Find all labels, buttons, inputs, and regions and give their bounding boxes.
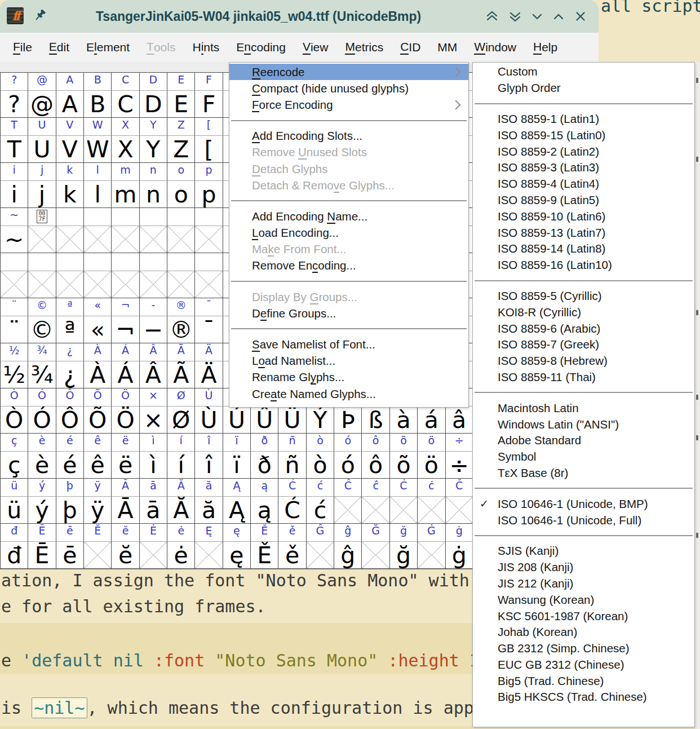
- menu-item-johab-korean[interactable]: Johab (Korean): [473, 624, 694, 640]
- menu-item-define-groups[interactable]: Define Groups...: [229, 305, 468, 321]
- menu-item-create-named-glyphs[interactable]: Create Named Glyphs...: [229, 386, 468, 402]
- glyph-cell[interactable]: ó: [334, 451, 362, 478]
- menubar-item-file[interactable]: File: [5, 33, 41, 62]
- glyph-cell-empty[interactable]: [390, 496, 418, 523]
- menu-item-iso-8859-11-thai[interactable]: ISO 8859-11 (Thai): [473, 369, 694, 386]
- glyph-cell-empty[interactable]: [167, 271, 195, 298]
- menu-item-adobe-standard[interactable]: Adobe Standard: [473, 432, 694, 449]
- menu-item-force-encoding[interactable]: Force Encoding: [229, 96, 468, 113]
- glyph-cell[interactable]: ï: [223, 451, 251, 478]
- glyph-cell[interactable]: W: [84, 135, 112, 162]
- menu-item-glyph-order[interactable]: Glyph Order: [473, 80, 694, 96]
- menu-item-iso-8859-4-latin4[interactable]: ISO 8859-4 (Latin4): [473, 176, 694, 192]
- glyph-cell[interactable]: ė: [167, 541, 195, 568]
- glyph-cell[interactable]: ę: [223, 541, 251, 568]
- menu-item-windows-latin-ansi[interactable]: Windows Latin ("ANSI"): [473, 416, 694, 432]
- menu-item-iso-8859-15-latin0[interactable]: ISO 8859-15 (Latin0): [473, 127, 694, 143]
- glyph-cell[interactable]: ~: [1, 226, 28, 253]
- glyph-cell[interactable]: î: [195, 451, 223, 478]
- glyph-cell-empty[interactable]: [56, 226, 84, 253]
- menu-item-save-namelist-of-font[interactable]: Save Namelist of Font...: [229, 336, 468, 352]
- glyph-cell-empty[interactable]: [195, 226, 223, 253]
- menu-item-iso-8859-9-latin5[interactable]: ISO 8859-9 (Latin5): [473, 192, 694, 209]
- menu-item-iso-8859-16-latin10[interactable]: ISO 8859-16 (Latin10): [473, 257, 694, 273]
- glyph-cell[interactable]: Û: [251, 406, 278, 433]
- menubar-item-cid[interactable]: CID: [392, 33, 429, 62]
- glyph-cell[interactable]: â: [446, 406, 473, 433]
- glyph-cell[interactable]: ć: [307, 496, 334, 523]
- glyph-cell[interactable]: ÿ: [84, 496, 112, 523]
- glyph-cell-empty[interactable]: [362, 541, 389, 568]
- glyph-cell[interactable]: ¯: [195, 316, 223, 343]
- glyph-cell[interactable]: Ö: [112, 406, 139, 433]
- glyph-cell[interactable]: «: [84, 316, 112, 343]
- glyph-cell[interactable]: Ä: [195, 361, 223, 388]
- glyph-cell[interactable]: đ: [1, 541, 28, 568]
- menu-item-euc-gb-2312-chinese[interactable]: EUC GB 2312 (Chinese): [473, 657, 694, 673]
- glyph-cell[interactable]: ā: [140, 496, 167, 523]
- menu-item-add-encoding-slots[interactable]: Add Encoding Slots...: [229, 128, 468, 144]
- glyph-cell[interactable]: F: [195, 90, 223, 117]
- glyph-cell-empty[interactable]: [28, 226, 56, 253]
- glyph-cell[interactable]: ½: [1, 361, 28, 388]
- glyph-cell[interactable]: ÷: [446, 451, 473, 478]
- glyph-cell-empty[interactable]: [140, 271, 167, 298]
- glyph-cell[interactable]: ë: [112, 451, 139, 478]
- menu-item-remove-encoding[interactable]: Remove Encoding...: [229, 258, 468, 274]
- glyph-cell[interactable]: ¬: [112, 316, 139, 343]
- glyph-cell[interactable]: ě: [278, 541, 306, 568]
- glyph-cell[interactable]: ¾: [28, 361, 56, 388]
- menu-item-load-namelist[interactable]: Load Namelist...: [229, 353, 468, 369]
- glyph-cell[interactable]: è: [28, 451, 56, 478]
- menubar-item-edit[interactable]: Edit: [41, 33, 78, 62]
- glyph-cell[interactable]: U: [28, 135, 56, 162]
- menu-item-wansung-korean[interactable]: Wansung (Korean): [473, 591, 694, 608]
- glyph-cell-empty[interactable]: [418, 541, 445, 568]
- glyph-cell[interactable]: Ü: [278, 406, 306, 433]
- glyph-cell[interactable]: ×: [140, 406, 167, 433]
- glyph-cell[interactable]: [: [195, 135, 223, 162]
- glyph-cell-empty[interactable]: [418, 496, 445, 523]
- glyph-cell[interactable]: T: [1, 135, 28, 162]
- glyph-cell[interactable]: C: [112, 90, 139, 117]
- menu-item-iso-8859-13-latin7[interactable]: ISO 8859-13 (Latin7): [473, 224, 694, 241]
- glyph-cell-empty[interactable]: [195, 271, 223, 298]
- glyph-cell[interactable]: À: [84, 361, 112, 388]
- glyph-cell[interactable]: o: [167, 180, 195, 207]
- glyph-cell[interactable]: ©: [28, 316, 56, 343]
- menu-item-iso-10646-1-unicode-full[interactable]: ISO 10646-1 (Unicode, Full): [473, 512, 694, 528]
- shade-button[interactable]: [484, 9, 500, 24]
- glyph-cell[interactable]: ă: [195, 496, 223, 523]
- glyph-cell[interactable]: @: [28, 90, 56, 117]
- menu-item-iso-10646-1-unicode-bmp[interactable]: ✓ISO 10646-1 (Unicode, BMP): [473, 496, 694, 512]
- glyph-cell[interactable]: ĕ: [112, 541, 139, 568]
- glyph-cell[interactable]: Ô: [56, 406, 84, 433]
- minimize-button[interactable]: [529, 9, 545, 24]
- menubar-item-metrics[interactable]: Metrics: [336, 33, 392, 62]
- glyph-cell-empty[interactable]: [112, 271, 139, 298]
- glyph-cell[interactable]: ü: [1, 496, 28, 523]
- menu-item-load-encoding[interactable]: Load Encoding...: [229, 225, 468, 241]
- glyph-cell[interactable]: p: [195, 180, 223, 207]
- glyph-cell[interactable]: ç: [1, 451, 28, 478]
- menu-item-macintosh-latin[interactable]: Macintosh Latin: [473, 400, 694, 416]
- maximize-button[interactable]: [551, 9, 566, 24]
- glyph-cell[interactable]: á: [418, 406, 445, 433]
- glyph-cell-empty[interactable]: [195, 541, 223, 568]
- menu-item-ksc-5601-1987-korean[interactable]: KSC 5601-1987 (Korean): [473, 608, 694, 624]
- menubar-item-hints[interactable]: Hints: [184, 33, 228, 62]
- glyph-cell[interactable]: ĝ: [334, 541, 362, 568]
- menu-item-compact-hide-unused-glyphs[interactable]: Compact (hide unused glyphs): [229, 80, 468, 96]
- glyph-cell[interactable]: Á: [112, 361, 139, 388]
- glyph-cell[interactable]: m: [112, 180, 139, 207]
- menu-item-reencode[interactable]: Reencode: [229, 64, 468, 80]
- glyph-cell-empty[interactable]: [112, 226, 139, 253]
- glyph-cell[interactable]: V: [56, 135, 84, 162]
- menu-item-jis-208-kanji[interactable]: JIS 208 (Kanji): [473, 559, 694, 576]
- glyph-cell[interactable]: Ó: [28, 406, 56, 433]
- glyph-cell-empty[interactable]: [140, 541, 167, 568]
- glyph-cell[interactable]: A: [56, 90, 84, 117]
- menu-item-iso-8859-5-cyrillic[interactable]: ISO 8859-5 (Cyrillic): [473, 288, 694, 304]
- menu-item-iso-8859-6-arabic[interactable]: ISO 8859-6 (Arabic): [473, 320, 694, 337]
- glyph-cell[interactable]: Ě: [251, 541, 278, 568]
